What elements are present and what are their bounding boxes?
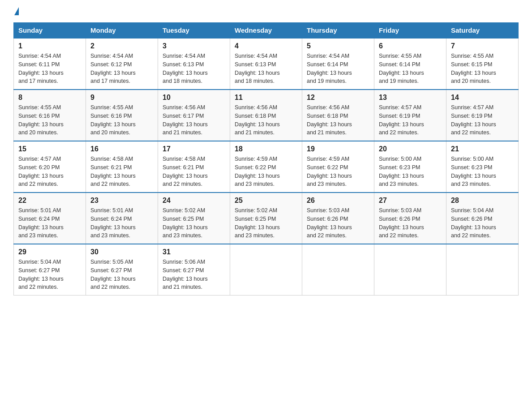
day-info: Sunrise: 5:06 AM Sunset: 6:27 PM Dayligh…	[163, 258, 225, 291]
day-number: 24	[163, 197, 225, 205]
calendar-cell: 19 Sunrise: 4:59 AM Sunset: 6:22 PM Dayl…	[302, 141, 374, 193]
day-number: 15	[18, 145, 81, 153]
calendar-cell: 15 Sunrise: 4:57 AM Sunset: 6:20 PM Dayl…	[14, 141, 86, 193]
day-info: Sunrise: 4:55 AM Sunset: 6:15 PM Dayligh…	[451, 52, 514, 86]
day-info: Sunrise: 5:03 AM Sunset: 6:26 PM Dayligh…	[379, 206, 442, 240]
calendar-cell: 25 Sunrise: 5:02 AM Sunset: 6:25 PM Dayl…	[230, 193, 302, 244]
calendar-cell: 2 Sunrise: 4:54 AM Sunset: 6:12 PM Dayli…	[86, 38, 158, 90]
calendar-cell: 13 Sunrise: 4:57 AM Sunset: 6:19 PM Dayl…	[374, 90, 446, 141]
calendar-cell: 17 Sunrise: 4:58 AM Sunset: 6:21 PM Dayl…	[158, 141, 230, 193]
calendar-header-tuesday: Tuesday	[158, 23, 230, 39]
calendar-cell	[446, 244, 519, 295]
calendar-week-row: 29 Sunrise: 5:04 AM Sunset: 6:27 PM Dayl…	[14, 244, 519, 295]
day-info: Sunrise: 5:03 AM Sunset: 6:26 PM Dayligh…	[307, 206, 369, 240]
day-number: 5	[307, 42, 369, 50]
calendar-cell	[302, 244, 374, 295]
day-info: Sunrise: 4:54 AM Sunset: 6:12 PM Dayligh…	[90, 52, 153, 86]
calendar-cell: 30 Sunrise: 5:05 AM Sunset: 6:27 PM Dayl…	[86, 244, 158, 295]
day-info: Sunrise: 5:00 AM Sunset: 6:23 PM Dayligh…	[379, 155, 442, 188]
day-number: 8	[18, 94, 81, 102]
calendar-cell: 4 Sunrise: 4:54 AM Sunset: 6:13 PM Dayli…	[230, 38, 302, 90]
day-info: Sunrise: 4:54 AM Sunset: 6:13 PM Dayligh…	[235, 52, 297, 86]
day-number: 29	[18, 248, 81, 256]
day-info: Sunrise: 4:58 AM Sunset: 6:21 PM Dayligh…	[163, 155, 225, 188]
calendar-cell: 24 Sunrise: 5:02 AM Sunset: 6:25 PM Dayl…	[158, 193, 230, 244]
day-info: Sunrise: 5:05 AM Sunset: 6:27 PM Dayligh…	[90, 258, 153, 291]
day-info: Sunrise: 4:59 AM Sunset: 6:22 PM Dayligh…	[307, 155, 369, 188]
calendar-header-monday: Monday	[86, 23, 158, 39]
calendar-cell	[374, 244, 446, 295]
day-info: Sunrise: 5:01 AM Sunset: 6:24 PM Dayligh…	[90, 206, 153, 240]
day-info: Sunrise: 4:54 AM Sunset: 6:13 PM Dayligh…	[163, 52, 225, 86]
day-number: 30	[90, 248, 153, 256]
day-number: 18	[235, 145, 297, 153]
calendar-cell: 28 Sunrise: 5:04 AM Sunset: 6:26 PM Dayl…	[446, 193, 519, 244]
day-info: Sunrise: 4:54 AM Sunset: 6:14 PM Dayligh…	[307, 52, 369, 86]
day-info: Sunrise: 5:01 AM Sunset: 6:24 PM Dayligh…	[18, 206, 81, 240]
day-info: Sunrise: 5:04 AM Sunset: 6:27 PM Dayligh…	[18, 258, 81, 291]
calendar-cell: 9 Sunrise: 4:55 AM Sunset: 6:16 PM Dayli…	[86, 90, 158, 141]
calendar-header-sunday: Sunday	[14, 23, 86, 39]
calendar-cell: 20 Sunrise: 5:00 AM Sunset: 6:23 PM Dayl…	[374, 141, 446, 193]
day-info: Sunrise: 4:55 AM Sunset: 6:16 PM Dayligh…	[18, 103, 81, 137]
day-info: Sunrise: 4:56 AM Sunset: 6:18 PM Dayligh…	[307, 103, 369, 137]
day-number: 23	[90, 197, 153, 205]
day-info: Sunrise: 4:57 AM Sunset: 6:19 PM Dayligh…	[451, 103, 514, 137]
calendar-cell	[230, 244, 302, 295]
day-number: 19	[307, 145, 369, 153]
day-info: Sunrise: 4:57 AM Sunset: 6:19 PM Dayligh…	[379, 103, 442, 137]
calendar-week-row: 22 Sunrise: 5:01 AM Sunset: 6:24 PM Dayl…	[14, 193, 519, 244]
calendar-header-row: SundayMondayTuesdayWednesdayThursdayFrid…	[14, 23, 519, 39]
day-info: Sunrise: 5:02 AM Sunset: 6:25 PM Dayligh…	[163, 206, 225, 240]
calendar-cell: 1 Sunrise: 4:54 AM Sunset: 6:11 PM Dayli…	[14, 38, 86, 90]
day-info: Sunrise: 4:56 AM Sunset: 6:18 PM Dayligh…	[235, 103, 297, 137]
calendar-header-wednesday: Wednesday	[230, 23, 302, 39]
calendar-header-friday: Friday	[374, 23, 446, 39]
calendar-cell: 6 Sunrise: 4:55 AM Sunset: 6:14 PM Dayli…	[374, 38, 446, 90]
day-number: 12	[307, 94, 369, 102]
day-number: 4	[235, 42, 297, 50]
logo-triangle-icon	[14, 7, 19, 15]
calendar-header-saturday: Saturday	[446, 23, 519, 39]
day-number: 6	[379, 42, 442, 50]
calendar-cell: 26 Sunrise: 5:03 AM Sunset: 6:26 PM Dayl…	[302, 193, 374, 244]
day-number: 3	[163, 42, 225, 50]
day-number: 26	[307, 197, 369, 205]
day-number: 7	[451, 42, 514, 50]
calendar-cell: 3 Sunrise: 4:54 AM Sunset: 6:13 PM Dayli…	[158, 38, 230, 90]
day-number: 27	[379, 197, 442, 205]
calendar-cell: 21 Sunrise: 5:00 AM Sunset: 6:23 PM Dayl…	[446, 141, 519, 193]
day-number: 14	[451, 94, 514, 102]
calendar-week-row: 8 Sunrise: 4:55 AM Sunset: 6:16 PM Dayli…	[14, 90, 519, 141]
calendar-cell: 14 Sunrise: 4:57 AM Sunset: 6:19 PM Dayl…	[446, 90, 519, 141]
day-info: Sunrise: 4:58 AM Sunset: 6:21 PM Dayligh…	[90, 155, 153, 188]
day-number: 10	[163, 94, 225, 102]
day-info: Sunrise: 5:04 AM Sunset: 6:26 PM Dayligh…	[451, 206, 514, 240]
calendar-cell: 8 Sunrise: 4:55 AM Sunset: 6:16 PM Dayli…	[14, 90, 86, 141]
day-number: 9	[90, 94, 153, 102]
calendar-cell: 31 Sunrise: 5:06 AM Sunset: 6:27 PM Dayl…	[158, 244, 230, 295]
day-info: Sunrise: 4:55 AM Sunset: 6:14 PM Dayligh…	[379, 52, 442, 86]
day-number: 22	[18, 197, 81, 205]
calendar-table: SundayMondayTuesdayWednesdayThursdayFrid…	[13, 22, 519, 295]
day-number: 2	[90, 42, 153, 50]
day-number: 21	[451, 145, 514, 153]
calendar-cell: 27 Sunrise: 5:03 AM Sunset: 6:26 PM Dayl…	[374, 193, 446, 244]
calendar-cell: 16 Sunrise: 4:58 AM Sunset: 6:21 PM Dayl…	[86, 141, 158, 193]
calendar-week-row: 1 Sunrise: 4:54 AM Sunset: 6:11 PM Dayli…	[14, 38, 519, 90]
calendar-cell: 29 Sunrise: 5:04 AM Sunset: 6:27 PM Dayl…	[14, 244, 86, 295]
day-info: Sunrise: 4:55 AM Sunset: 6:16 PM Dayligh…	[90, 103, 153, 137]
day-number: 17	[163, 145, 225, 153]
calendar-cell: 18 Sunrise: 4:59 AM Sunset: 6:22 PM Dayl…	[230, 141, 302, 193]
calendar-cell: 23 Sunrise: 5:01 AM Sunset: 6:24 PM Dayl…	[86, 193, 158, 244]
calendar-cell: 7 Sunrise: 4:55 AM Sunset: 6:15 PM Dayli…	[446, 38, 519, 90]
calendar-cell: 12 Sunrise: 4:56 AM Sunset: 6:18 PM Dayl…	[302, 90, 374, 141]
day-info: Sunrise: 4:56 AM Sunset: 6:17 PM Dayligh…	[163, 103, 225, 137]
day-number: 25	[235, 197, 297, 205]
calendar-cell: 22 Sunrise: 5:01 AM Sunset: 6:24 PM Dayl…	[14, 193, 86, 244]
calendar-header-thursday: Thursday	[302, 23, 374, 39]
day-number: 13	[379, 94, 442, 102]
page-header	[13, 9, 519, 14]
day-info: Sunrise: 4:57 AM Sunset: 6:20 PM Dayligh…	[18, 155, 81, 188]
day-number: 1	[18, 42, 81, 50]
